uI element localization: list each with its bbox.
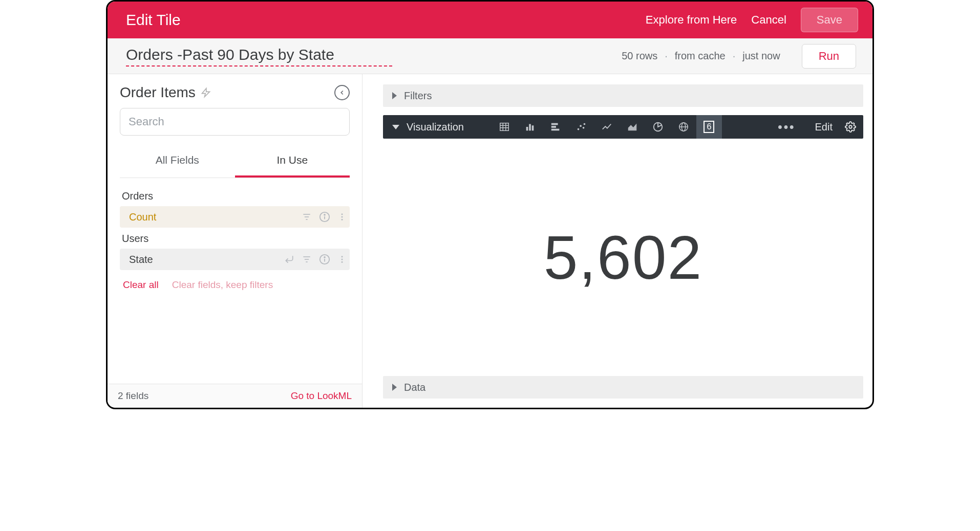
single-value-number: 5,602 <box>544 222 702 293</box>
svg-rect-28 <box>551 126 556 128</box>
viz-type-column-icon[interactable] <box>517 115 543 139</box>
rows-count: 50 rows <box>622 50 657 62</box>
filter-icon[interactable] <box>302 212 312 222</box>
viz-type-single-value-icon[interactable]: 6 <box>696 115 722 139</box>
visualization-bar: Visualization <box>383 115 863 139</box>
cancel-link[interactable]: Cancel <box>751 13 786 27</box>
save-button[interactable]: Save <box>801 8 858 32</box>
main-panel: Filters Visualization <box>363 74 872 408</box>
field-tabs: All Fields In Use <box>120 145 350 178</box>
svg-point-33 <box>584 123 586 125</box>
info-icon[interactable] <box>319 254 330 265</box>
info-icon[interactable] <box>319 211 330 223</box>
app-window: Edit Tile Explore from Here Cancel Save … <box>106 0 874 409</box>
viz-type-line-icon[interactable] <box>594 115 620 139</box>
viz-type-icons: 6 <box>492 115 722 139</box>
svg-point-30 <box>578 128 580 130</box>
viz-type-bar-icon[interactable] <box>543 115 568 139</box>
clear-all-link[interactable]: Clear all <box>123 279 159 291</box>
pivot-icon[interactable] <box>284 254 294 264</box>
svg-rect-27 <box>551 123 558 125</box>
sidebar-footer: 2 fields Go to LookML <box>108 384 362 408</box>
more-vert-icon[interactable] <box>337 211 347 223</box>
cache-status: from cache <box>675 50 726 62</box>
svg-point-18 <box>342 261 343 263</box>
meta-separator: · <box>733 50 736 62</box>
svg-point-17 <box>342 259 343 260</box>
more-vert-icon[interactable] <box>337 254 347 265</box>
bolt-icon <box>201 86 211 99</box>
visualization-toggle[interactable]: Visualization <box>392 121 464 133</box>
tab-all-fields[interactable]: All Fields <box>120 145 235 178</box>
run-button[interactable]: Run <box>802 44 856 69</box>
field-row-orders-count[interactable]: Count <box>120 206 350 228</box>
field-row-users-state[interactable]: State <box>120 249 350 270</box>
gear-icon[interactable] <box>845 121 856 132</box>
body: Order Items All Fields In Use <box>108 74 872 408</box>
clear-row: Clear all Clear fields, keep filters <box>120 270 350 300</box>
field-name: State <box>129 254 280 266</box>
filters-panel-header[interactable]: Filters <box>383 84 863 107</box>
query-meta: 50 rows · from cache · just now <box>622 50 780 62</box>
subheader: Orders -Past 90 Days by State 50 rows · … <box>108 38 872 74</box>
viz-edit-button[interactable]: Edit <box>810 121 838 133</box>
search-input[interactable] <box>120 108 350 136</box>
collapse-sidebar-button[interactable] <box>334 85 350 100</box>
field-name: Count <box>129 211 297 223</box>
topbar-title: Edit Tile <box>126 11 646 29</box>
caret-right-icon <box>392 384 397 391</box>
viz-type-map-icon[interactable] <box>671 115 696 139</box>
data-panel-header[interactable]: Data <box>383 376 863 399</box>
meta-separator: · <box>665 50 668 62</box>
explore-header: Order Items <box>120 84 350 101</box>
caret-down-icon <box>392 125 399 129</box>
filter-icon[interactable] <box>302 254 312 264</box>
go-to-lookml-link[interactable]: Go to LookML <box>291 390 352 402</box>
group-label-users: Users <box>120 228 350 249</box>
viz-type-area-icon[interactable] <box>620 115 645 139</box>
time-status: just now <box>742 50 780 62</box>
tab-in-use[interactable]: In Use <box>235 145 350 178</box>
svg-point-9 <box>342 219 343 220</box>
visualization-body: 5,602 <box>383 147 863 368</box>
svg-point-8 <box>342 216 343 218</box>
viz-type-scatter-icon[interactable] <box>568 115 594 139</box>
viz-type-pie-icon[interactable] <box>645 115 671 139</box>
viz-type-table-icon[interactable] <box>492 115 517 139</box>
viz-more-button[interactable]: ••• <box>771 120 802 134</box>
data-label: Data <box>404 382 425 393</box>
filters-label: Filters <box>404 90 432 102</box>
svg-point-6 <box>324 214 325 215</box>
svg-point-38 <box>849 125 852 128</box>
explore-from-here-link[interactable]: Explore from Here <box>646 13 737 27</box>
field-picker-sidebar: Order Items All Fields In Use <box>108 74 363 408</box>
group-label-orders: Orders <box>120 185 350 206</box>
svg-rect-24 <box>526 127 528 130</box>
clear-keep-filters-link[interactable]: Clear fields, keep filters <box>172 279 273 291</box>
svg-rect-25 <box>529 124 531 131</box>
svg-point-7 <box>342 213 343 215</box>
topbar-actions: Explore from Here Cancel Save <box>646 8 858 32</box>
svg-point-15 <box>324 257 325 258</box>
svg-rect-26 <box>532 125 534 130</box>
svg-point-16 <box>342 256 343 257</box>
svg-point-31 <box>580 125 582 127</box>
tile-title-input[interactable]: Orders -Past 90 Days by State <box>126 46 392 67</box>
visualization-label: Visualization <box>407 121 464 133</box>
svg-rect-29 <box>551 129 560 131</box>
topbar: Edit Tile Explore from Here Cancel Save <box>108 2 872 38</box>
explore-name: Order Items <box>120 84 196 101</box>
svg-rect-19 <box>500 123 509 131</box>
svg-marker-0 <box>202 88 209 97</box>
caret-right-icon <box>392 92 397 99</box>
field-count: 2 fields <box>118 390 148 402</box>
svg-point-32 <box>583 127 585 129</box>
